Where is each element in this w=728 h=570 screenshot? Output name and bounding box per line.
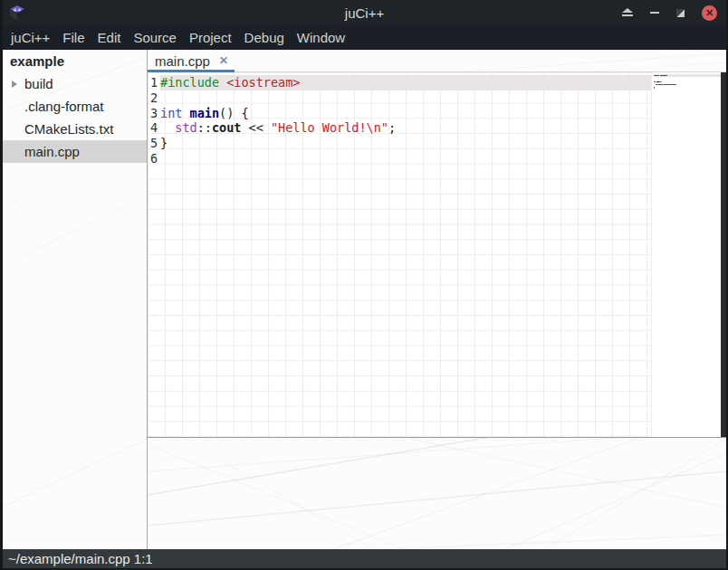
tree-item-label: build	[24, 76, 53, 91]
window-title: juCi++	[3, 5, 726, 21]
code-line-text[interactable]: std::cout << "Hello World!\n";	[160, 120, 651, 136]
menu-item-edit[interactable]: Edit	[91, 25, 128, 50]
titlebar[interactable]: ++ juCi++ ✕	[3, 0, 726, 25]
expander-icon[interactable]	[12, 81, 17, 88]
code-line-text[interactable]: }	[160, 136, 651, 151]
tree-item-label: main.cpp	[24, 144, 80, 159]
eject-icon	[622, 8, 633, 13]
line-number: 3	[148, 106, 158, 121]
file-tree-panel: example build.clang-formatCMakeLists.txt…	[3, 50, 148, 549]
code-line-text[interactable]: #include <iostream>	[160, 75, 651, 90]
statusbar: ~/example/main.cpp 1:1	[3, 549, 726, 568]
minimap-line	[654, 89, 721, 91]
tab-main-cpp[interactable]: main.cpp✕	[148, 50, 235, 71]
menu-item-source[interactable]: Source	[127, 25, 183, 50]
line-number: 4	[148, 120, 158, 136]
tree-item-label: CMakeLists.txt	[24, 121, 113, 137]
terminal-panel[interactable]	[148, 438, 726, 549]
code-line-text[interactable]	[160, 151, 651, 166]
menu-item-file[interactable]: File	[56, 25, 91, 50]
code-line-text[interactable]	[160, 90, 651, 106]
vertical-scrollbar[interactable]	[721, 72, 726, 437]
code-line: 3int main() {	[148, 106, 651, 121]
juci-window: ++ juCi++ ✕ juCi++FileEditSourceProjectD…	[0, 0, 728, 570]
menu-item-window[interactable]: Window	[291, 25, 351, 50]
line-number: 1	[148, 75, 158, 90]
code-line: 5}	[148, 136, 651, 151]
shade-button[interactable]	[622, 8, 633, 17]
menu-item-project[interactable]: Project	[183, 25, 238, 50]
tree-root-folder[interactable]: example	[3, 50, 147, 72]
tabbar: main.cpp✕	[148, 50, 726, 72]
menu-item-debug[interactable]: Debug	[238, 25, 291, 50]
tree-item-build[interactable]: build	[3, 72, 147, 95]
tree-item-label: .clang-format	[24, 99, 104, 114]
code-editor[interactable]: 1#include <iostream>23int main() {4 std:…	[148, 72, 651, 437]
code-line: 4 std::cout << "Hello World!\n";	[148, 120, 651, 136]
code-line: 1#include <iostream>	[148, 75, 651, 90]
tab-label: main.cpp	[155, 53, 210, 69]
tree-item-cmakelists-txt[interactable]: CMakeLists.txt	[3, 118, 147, 140]
minimap[interactable]	[651, 72, 721, 437]
close-button[interactable]: ✕	[702, 5, 717, 21]
close-icon: ✕	[705, 8, 714, 18]
menubar: juCi++FileEditSourceProjectDebugWindow	[3, 25, 726, 50]
minimize-button[interactable]	[650, 12, 659, 14]
tree-item-main-cpp[interactable]: main.cpp	[3, 140, 147, 163]
tree-item--clang-format[interactable]: .clang-format	[3, 95, 147, 118]
menu-item-juci[interactable]: juCi++	[5, 25, 56, 50]
line-number: 2	[148, 90, 158, 106]
tab-close-icon[interactable]: ✕	[219, 55, 228, 66]
code-line-text[interactable]: int main() {	[160, 106, 651, 121]
line-number: 5	[148, 136, 158, 151]
code-line: 2	[148, 90, 651, 106]
content: example build.clang-formatCMakeLists.txt…	[3, 50, 726, 549]
restore-button[interactable]	[676, 9, 685, 17]
status-file-position: ~/example/main.cpp 1:1	[8, 551, 153, 566]
code-line: 6	[148, 151, 651, 166]
line-number: 6	[148, 151, 158, 166]
